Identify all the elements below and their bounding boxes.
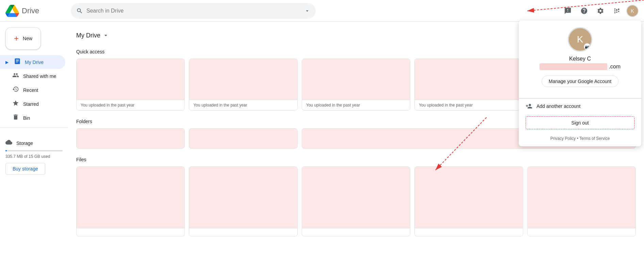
recent-icon <box>12 86 19 94</box>
camera-icon: 📷 <box>584 43 591 50</box>
quick-card-info-3: You uploaded in the past year <box>302 100 410 110</box>
footer-separator: • <box>577 136 579 141</box>
sidebar-item-bin[interactable]: Bin <box>0 111 65 125</box>
my-drive-icon <box>14 58 21 66</box>
sidebar-item-recent-label: Recent <box>23 87 38 93</box>
file-info-5 <box>528 228 635 236</box>
google-drive-logo <box>5 4 19 18</box>
app-title: Drive <box>22 6 39 15</box>
bin-icon <box>12 114 19 122</box>
storage-label: Storage <box>16 141 33 146</box>
quick-card-2[interactable]: You uploaded in the past year <box>189 59 297 111</box>
sidebar-item-recent[interactable]: Recent <box>0 83 65 97</box>
drive-title-area: My Drive <box>76 32 109 39</box>
quick-card-info-4: You uploaded in the past year <box>415 100 523 110</box>
file-card-4[interactable] <box>414 166 523 236</box>
chevron-icon: ▶ <box>5 60 9 65</box>
storage-section: Storage 335.7 MB of 15 GB used Buy stora… <box>0 131 68 177</box>
header-actions: K <box>561 4 639 18</box>
footer-links: Privacy Policy • Terms of Service <box>519 132 641 141</box>
quick-card-preview-1 <box>77 59 184 100</box>
add-account-row[interactable]: Add another account <box>519 98 641 114</box>
account-email-blur: ████████████ <box>540 63 607 70</box>
storage-used-text: 335.7 MB of 15 GB used <box>5 154 63 159</box>
sidebar-item-shared-label: Shared with me <box>23 73 56 79</box>
file-card-5[interactable] <box>527 166 636 236</box>
search-dropdown-icon[interactable] <box>304 8 310 14</box>
sidebar-item-starred-label: Starred <box>23 101 39 107</box>
quick-card-info-2: You uploaded in the past year <box>189 100 297 110</box>
plus-icon: + <box>14 34 19 43</box>
account-name: Kelsey C <box>526 56 634 62</box>
folder-card-2[interactable] <box>189 128 297 149</box>
terms-of-service-link[interactable]: Terms of Service <box>579 136 610 141</box>
help-button[interactable] <box>577 4 591 18</box>
sign-out-container: Sign out <box>519 114 641 132</box>
quick-card-preview-2 <box>189 59 297 100</box>
storage-icon <box>5 139 12 147</box>
quick-card-3[interactable]: You uploaded in the past year <box>302 59 410 111</box>
file-card-2[interactable] <box>189 166 297 236</box>
feedback-button[interactable] <box>561 4 575 18</box>
app-header: Drive K <box>0 0 644 22</box>
account-avatar: K 📷 <box>568 27 592 52</box>
add-account-label: Add another account <box>536 103 580 109</box>
search-input[interactable] <box>86 8 301 14</box>
quick-card-preview-3 <box>302 59 410 100</box>
search-bar[interactable] <box>71 3 316 19</box>
file-info-3 <box>302 228 410 236</box>
quick-card-1[interactable]: You uploaded in the past year <box>76 59 185 111</box>
file-preview-3 <box>302 167 410 228</box>
files-title: Files <box>76 157 636 162</box>
sidebar-item-bin-label: Bin <box>23 115 30 121</box>
file-info-1 <box>77 228 184 236</box>
file-info-4 <box>415 228 523 236</box>
sidebar-item-my-drive-label: My Drive <box>25 60 44 65</box>
buy-storage-button[interactable]: Buy storage <box>5 163 45 175</box>
new-button[interactable]: + New <box>5 27 41 50</box>
apps-button[interactable] <box>610 4 624 18</box>
quick-card-info-1: You uploaded in the past year <box>77 100 184 110</box>
folder-card-1[interactable] <box>76 128 185 149</box>
quick-card-4[interactable]: You uploaded in the past year <box>414 59 523 111</box>
storage-bar-fill <box>5 150 7 151</box>
new-button-label: New <box>23 36 32 41</box>
files-section: Files <box>76 157 636 236</box>
add-account-icon <box>526 103 532 110</box>
sign-out-button[interactable]: Sign out <box>526 116 634 129</box>
quick-card-preview-4 <box>415 59 523 100</box>
storage-bar-background <box>5 150 63 151</box>
file-preview-1 <box>77 167 184 228</box>
file-card-1[interactable] <box>76 166 185 236</box>
search-icon <box>76 7 83 14</box>
sidebar-item-shared-with-me[interactable]: Shared with me <box>0 69 65 83</box>
shared-icon <box>12 72 19 80</box>
file-info-2 <box>189 228 297 236</box>
account-button[interactable]: K <box>626 5 639 17</box>
file-preview-5 <box>528 167 635 228</box>
privacy-policy-link[interactable]: Privacy Policy <box>550 136 576 141</box>
account-info: K 📷 Kelsey C ████████████ .com Manage yo… <box>519 27 641 98</box>
storage-nav-item[interactable]: Storage <box>5 136 60 150</box>
my-drive-title: My Drive <box>76 32 100 39</box>
account-email: ████████████ .com <box>526 63 634 70</box>
manage-account-button[interactable]: Manage your Google Account <box>542 76 618 87</box>
file-preview-2 <box>189 167 297 228</box>
account-email-domain: .com <box>609 64 621 69</box>
file-preview-4 <box>415 167 523 228</box>
chevron-down-icon[interactable] <box>102 32 109 39</box>
sidebar: + New ▶ My Drive Shared with me Recent <box>0 22 68 279</box>
settings-button[interactable] <box>594 4 607 18</box>
account-dropdown: K 📷 Kelsey C ████████████ .com Manage yo… <box>519 20 641 146</box>
file-card-3[interactable] <box>302 166 410 236</box>
files-grid <box>76 166 636 236</box>
sidebar-item-starred[interactable]: Starred <box>0 97 65 111</box>
sidebar-item-my-drive[interactable]: ▶ My Drive <box>0 55 65 69</box>
starred-icon <box>12 100 19 108</box>
logo-area: Drive <box>5 4 67 18</box>
